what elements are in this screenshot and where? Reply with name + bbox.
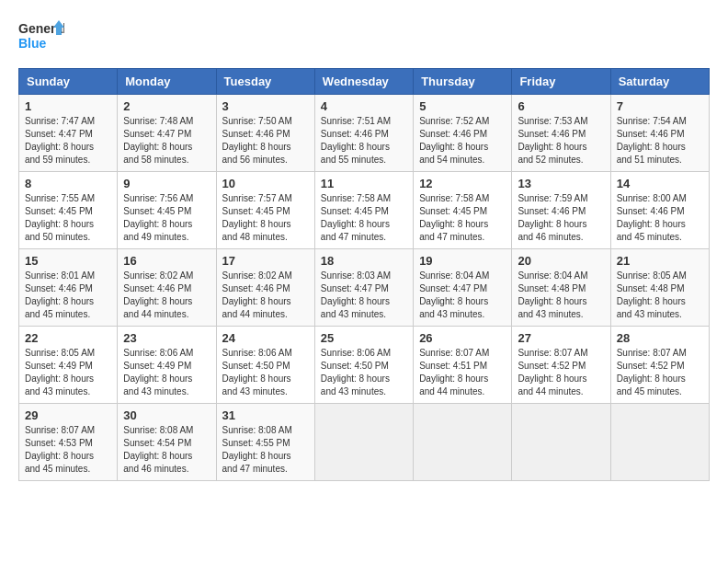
cell-info: Sunrise: 7:57 AMSunset: 4:45 PMDaylight:… — [222, 193, 292, 242]
cell-info: Sunrise: 8:04 AMSunset: 4:47 PMDaylight:… — [419, 270, 489, 319]
cell-info: Sunrise: 7:47 AMSunset: 4:47 PMDaylight:… — [25, 116, 95, 165]
cell-info: Sunrise: 8:08 AMSunset: 4:54 PMDaylight:… — [123, 425, 193, 474]
day-number: 21 — [617, 254, 703, 268]
day-number: 9 — [123, 177, 210, 190]
day-number: 13 — [518, 177, 604, 190]
day-number: 29 — [25, 408, 111, 422]
day-number: 31 — [222, 408, 309, 422]
day-number: 8 — [25, 177, 111, 190]
cell-3-1: 15 Sunrise: 8:01 AMSunset: 4:46 PMDaylig… — [19, 249, 118, 327]
day-number: 10 — [222, 177, 309, 190]
cell-1-3: 3 Sunrise: 7:50 AMSunset: 4:46 PMDayligh… — [216, 95, 314, 172]
day-number: 2 — [123, 99, 210, 113]
svg-text:Blue: Blue — [18, 36, 47, 51]
header-wednesday: Wednesday — [314, 69, 413, 95]
cell-2-5: 12 Sunrise: 7:58 AMSunset: 4:45 PMDaylig… — [414, 172, 512, 249]
week-row-3: 15 Sunrise: 8:01 AMSunset: 4:46 PMDaylig… — [19, 249, 710, 327]
cell-2-3: 10 Sunrise: 7:57 AMSunset: 4:45 PMDaylig… — [216, 172, 314, 249]
cell-5-5 — [414, 404, 512, 481]
cell-info: Sunrise: 8:02 AMSunset: 4:46 PMDaylight:… — [123, 270, 193, 319]
cell-5-4 — [314, 404, 413, 481]
cell-info: Sunrise: 7:53 AMSunset: 4:46 PMDaylight:… — [518, 116, 587, 165]
day-number: 15 — [25, 254, 111, 268]
day-number: 3 — [222, 99, 309, 113]
cell-info: Sunrise: 7:54 AMSunset: 4:46 PMDaylight:… — [617, 116, 687, 165]
header-saturday: Saturday — [610, 69, 709, 95]
cell-info: Sunrise: 8:01 AMSunset: 4:46 PMDaylight:… — [25, 270, 95, 319]
week-row-1: 1 Sunrise: 7:47 AMSunset: 4:47 PMDayligh… — [19, 95, 710, 172]
cell-info: Sunrise: 8:00 AMSunset: 4:46 PMDaylight:… — [617, 193, 687, 242]
cell-info: Sunrise: 7:52 AMSunset: 4:46 PMDaylight:… — [419, 116, 489, 165]
logo-svg: General Blue — [18, 18, 64, 59]
day-number: 1 — [25, 99, 111, 113]
cell-3-6: 20 Sunrise: 8:04 AMSunset: 4:48 PMDaylig… — [512, 249, 610, 327]
header: General Blue — [18, 18, 710, 59]
day-number: 4 — [321, 99, 407, 113]
cell-1-6: 6 Sunrise: 7:53 AMSunset: 4:46 PMDayligh… — [512, 95, 610, 172]
calendar-header: SundayMondayTuesdayWednesdayThursdayFrid… — [19, 69, 710, 95]
week-row-4: 22 Sunrise: 8:05 AMSunset: 4:49 PMDaylig… — [19, 327, 710, 404]
cell-4-5: 26 Sunrise: 8:07 AMSunset: 4:51 PMDaylig… — [414, 327, 512, 404]
cell-info: Sunrise: 8:04 AMSunset: 4:48 PMDaylight:… — [518, 270, 587, 319]
cell-3-4: 18 Sunrise: 8:03 AMSunset: 4:47 PMDaylig… — [314, 249, 413, 327]
day-number: 5 — [419, 99, 506, 113]
cell-info: Sunrise: 8:07 AMSunset: 4:52 PMDaylight:… — [617, 348, 687, 396]
day-number: 20 — [518, 254, 604, 268]
day-number: 14 — [617, 177, 703, 190]
day-number: 23 — [123, 331, 210, 345]
cell-2-2: 9 Sunrise: 7:56 AMSunset: 4:45 PMDayligh… — [118, 172, 216, 249]
day-number: 7 — [617, 99, 703, 113]
cell-info: Sunrise: 7:55 AMSunset: 4:45 PMDaylight:… — [25, 193, 95, 242]
cell-2-7: 14 Sunrise: 8:00 AMSunset: 4:46 PMDaylig… — [610, 172, 709, 249]
header-thursday: Thursday — [414, 69, 512, 95]
day-number: 19 — [419, 254, 506, 268]
cell-info: Sunrise: 8:07 AMSunset: 4:53 PMDaylight:… — [25, 425, 95, 474]
cell-3-7: 21 Sunrise: 8:05 AMSunset: 4:48 PMDaylig… — [610, 249, 709, 327]
cell-5-7 — [610, 404, 709, 481]
calendar-table: SundayMondayTuesdayWednesdayThursdayFrid… — [18, 68, 710, 481]
cell-info: Sunrise: 7:58 AMSunset: 4:45 PMDaylight:… — [419, 193, 489, 242]
cell-5-1: 29 Sunrise: 8:07 AMSunset: 4:53 PMDaylig… — [19, 404, 118, 481]
header-monday: Monday — [118, 69, 216, 95]
day-number: 16 — [123, 254, 210, 268]
day-number: 27 — [518, 331, 604, 345]
cell-5-6 — [512, 404, 610, 481]
cell-info: Sunrise: 7:56 AMSunset: 4:45 PMDaylight:… — [123, 193, 193, 242]
header-friday: Friday — [512, 69, 610, 95]
day-number: 25 — [321, 331, 407, 345]
cell-info: Sunrise: 7:51 AMSunset: 4:46 PMDaylight:… — [321, 116, 391, 165]
day-number: 18 — [321, 254, 407, 268]
cell-info: Sunrise: 7:59 AMSunset: 4:46 PMDaylight:… — [518, 193, 587, 242]
cell-1-2: 2 Sunrise: 7:48 AMSunset: 4:47 PMDayligh… — [118, 95, 216, 172]
cell-info: Sunrise: 8:07 AMSunset: 4:52 PMDaylight:… — [518, 348, 587, 396]
cell-info: Sunrise: 8:06 AMSunset: 4:50 PMDaylight:… — [321, 348, 391, 396]
cell-2-4: 11 Sunrise: 7:58 AMSunset: 4:45 PMDaylig… — [314, 172, 413, 249]
day-number: 30 — [123, 408, 210, 422]
cell-1-7: 7 Sunrise: 7:54 AMSunset: 4:46 PMDayligh… — [610, 95, 709, 172]
day-number: 12 — [419, 177, 506, 190]
cell-info: Sunrise: 8:07 AMSunset: 4:51 PMDaylight:… — [419, 348, 489, 396]
cell-info: Sunrise: 7:48 AMSunset: 4:47 PMDaylight:… — [123, 116, 193, 165]
cell-info: Sunrise: 8:06 AMSunset: 4:50 PMDaylight:… — [222, 348, 292, 396]
day-number: 22 — [25, 331, 111, 345]
cell-1-4: 4 Sunrise: 7:51 AMSunset: 4:46 PMDayligh… — [314, 95, 413, 172]
week-row-2: 8 Sunrise: 7:55 AMSunset: 4:45 PMDayligh… — [19, 172, 710, 249]
cell-4-6: 27 Sunrise: 8:07 AMSunset: 4:52 PMDaylig… — [512, 327, 610, 404]
week-row-5: 29 Sunrise: 8:07 AMSunset: 4:53 PMDaylig… — [19, 404, 710, 481]
cell-2-1: 8 Sunrise: 7:55 AMSunset: 4:45 PMDayligh… — [19, 172, 118, 249]
cell-4-2: 23 Sunrise: 8:06 AMSunset: 4:49 PMDaylig… — [118, 327, 216, 404]
cell-4-1: 22 Sunrise: 8:05 AMSunset: 4:49 PMDaylig… — [19, 327, 118, 404]
cell-4-4: 25 Sunrise: 8:06 AMSunset: 4:50 PMDaylig… — [314, 327, 413, 404]
cell-info: Sunrise: 8:03 AMSunset: 4:47 PMDaylight:… — [321, 270, 391, 319]
logo: General Blue — [18, 18, 64, 59]
header-tuesday: Tuesday — [216, 69, 314, 95]
day-number: 24 — [222, 331, 309, 345]
calendar-body: 1 Sunrise: 7:47 AMSunset: 4:47 PMDayligh… — [19, 95, 710, 481]
cell-3-5: 19 Sunrise: 8:04 AMSunset: 4:47 PMDaylig… — [414, 249, 512, 327]
header-sunday: Sunday — [19, 69, 118, 95]
day-number: 26 — [419, 331, 506, 345]
day-number: 28 — [617, 331, 703, 345]
cell-5-2: 30 Sunrise: 8:08 AMSunset: 4:54 PMDaylig… — [118, 404, 216, 481]
cell-3-3: 17 Sunrise: 8:02 AMSunset: 4:46 PMDaylig… — [216, 249, 314, 327]
cell-info: Sunrise: 7:58 AMSunset: 4:45 PMDaylight:… — [321, 193, 391, 242]
